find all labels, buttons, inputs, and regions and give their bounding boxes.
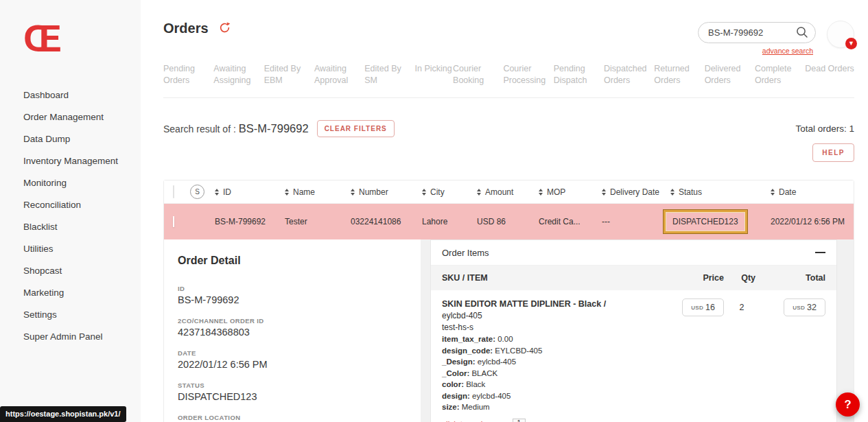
item-price-col: USD16 — [665, 298, 724, 422]
topbar-right: advance search ▼ — [698, 21, 854, 48]
field-label: ID — [178, 285, 421, 292]
cell-amount: USD 86 — [477, 217, 539, 226]
main-content: Orders advance search ▼ — [141, 0, 868, 422]
status-tab[interactable]: Courier Booking — [453, 63, 502, 86]
status-tab[interactable]: Pending Orders — [163, 63, 213, 86]
order-detail-region: Order Detail ID BS-M-799692 2CO/CHANNEL … — [164, 239, 854, 422]
order-detail-panel: Order Detail ID BS-M-799692 2CO/CHANNEL … — [164, 239, 421, 422]
column-label: Name — [293, 187, 315, 197]
sort-icon[interactable] — [539, 189, 543, 196]
help-button[interactable]: HELP — [812, 143, 854, 162]
status-tab[interactable]: Pending Dispatch — [554, 63, 603, 86]
item-review-link[interactable]: click to review — [442, 420, 493, 422]
column-header[interactable]: ID — [215, 187, 285, 197]
table-row[interactable]: BS-M-799692 Tester 03224141086 Lahore US… — [164, 204, 854, 239]
column-header[interactable]: Amount — [477, 187, 539, 197]
sidebar-item[interactable]: Shopcast — [23, 259, 141, 281]
sort-icon[interactable] — [215, 189, 219, 196]
status-tab[interactable]: Edited By SM — [364, 63, 414, 86]
sidebar-item[interactable]: Blacklist — [23, 215, 141, 237]
field-label: STATUS — [178, 382, 421, 389]
status-tab[interactable]: Awaiting Assigning — [213, 63, 263, 86]
sidebar-item[interactable]: Super Admin Panel — [23, 325, 141, 347]
search-icon[interactable] — [795, 25, 809, 42]
item-attribute: _Designeylcbd-405 — [442, 356, 665, 368]
column-header[interactable]: Date — [771, 187, 854, 197]
status-tab[interactable]: Dead Orders — [805, 63, 854, 86]
sort-icon[interactable] — [477, 189, 481, 196]
column-header[interactable]: Status — [670, 187, 771, 197]
sidebar-item[interactable]: Utilities — [23, 237, 141, 259]
cell-mop: Credit Ca... — [539, 217, 602, 226]
total-orders: Total orders: 1 — [795, 124, 854, 134]
field-value: DISPATCHED123 — [178, 391, 421, 402]
item-details: SKIN EDITOR MATTE DIPLINER - Black / eyl… — [442, 298, 665, 422]
column-header[interactable]: Name — [285, 187, 351, 197]
item-attribute: _ColorBLACK — [442, 368, 665, 379]
item-stepper[interactable]: 1 — [513, 419, 526, 422]
sidebar: Œ Dashboard Order Management Data Dump I… — [0, 0, 141, 422]
status-tab[interactable]: Awaiting Approval — [314, 63, 364, 86]
status-tab[interactable]: In Picking — [415, 63, 452, 86]
column-header[interactable]: Delivery Date — [602, 187, 670, 197]
status-tab[interactable]: Dispatched Orders — [604, 63, 653, 86]
sort-icon[interactable] — [771, 189, 775, 196]
sidebar-item[interactable]: Inventory Management — [23, 150, 141, 172]
sidebar-item[interactable]: Monitoring — [23, 172, 141, 194]
sidebar-item[interactable]: Dashboard — [23, 84, 141, 106]
select-all-checkbox[interactable] — [173, 185, 174, 198]
status-tab[interactable]: Edited By EBM — [264, 63, 314, 86]
order-detail-fields: ID BS-M-799692 2CO/CHANNEL ORDER ID 4237… — [178, 285, 421, 421]
sort-icon[interactable] — [602, 189, 606, 196]
order-items-card: Order Items SKU / ITEM Price Qty Total S… — [430, 239, 837, 422]
url-status-tooltip: https://oestage.shopistan.pk/v1/ — [0, 406, 126, 422]
column-label: Amount — [485, 187, 513, 197]
item-price[interactable]: USD16 — [682, 298, 724, 316]
item-title: SKIN EDITOR MATTE DIPLINER - Black / — [442, 298, 665, 310]
cell-number: 03224141086 — [351, 217, 422, 226]
brand-logo[interactable]: Œ — [23, 19, 141, 58]
search-result-value: BS-M-799692 — [239, 122, 309, 135]
sidebar-item[interactable]: Reconciliation — [23, 194, 141, 215]
column-label: City — [430, 187, 445, 197]
order-items-title: Order Items — [442, 248, 489, 258]
clear-filters-button[interactable]: CLEAR FILTERS — [317, 120, 395, 137]
status-tab[interactable]: Returned Orders — [654, 63, 703, 86]
help-fab-button[interactable]: ? — [836, 392, 860, 417]
item-attribute: sizeMedium — [442, 401, 665, 413]
collapse-minus-icon[interactable] — [815, 252, 825, 254]
column-label: Delivery Date — [610, 187, 659, 197]
detail-field: ORDER LOCATION — [178, 414, 421, 421]
status-tab[interactable]: Courier Processing — [503, 63, 552, 86]
sort-icon[interactable] — [670, 189, 675, 196]
sidebar-item[interactable]: Data Dump — [23, 128, 141, 150]
field-label: 2CO/CHANNEL ORDER ID — [178, 317, 421, 325]
row-checkbox[interactable] — [173, 216, 174, 227]
sort-icon[interactable] — [285, 189, 289, 196]
refresh-icon[interactable] — [218, 21, 231, 37]
column-header[interactable]: City — [422, 187, 477, 197]
chevron-down-icon[interactable]: ▼ — [845, 38, 857, 49]
sidebar-item[interactable]: Settings — [23, 303, 141, 325]
sidebar-nav: Dashboard Order Management Data Dump Inv… — [23, 84, 141, 347]
order-item-row: SKIN EDITOR MATTE DIPLINER - Black / eyl… — [431, 290, 836, 422]
advance-search-link[interactable]: advance search — [762, 47, 813, 55]
item-total[interactable]: USD32 — [784, 298, 825, 316]
sidebar-item[interactable]: Order Management — [23, 106, 141, 128]
col-price: Price — [665, 273, 724, 283]
user-menu[interactable]: ▼ — [827, 21, 854, 48]
col-sku: SKU / ITEM — [442, 273, 665, 283]
sort-icon[interactable] — [422, 189, 426, 196]
table-header-row: S ID Name Number — [164, 180, 854, 204]
column-header[interactable]: MOP — [539, 187, 602, 197]
column-label: Number — [359, 187, 388, 197]
item-attributes: item_tax_rate0.00 design_codeEYLCBD-405 … — [442, 333, 665, 413]
sort-icon[interactable] — [351, 189, 355, 196]
field-value: BS-M-799692 — [178, 294, 421, 305]
item-qty: 2 — [724, 298, 760, 422]
status-tab[interactable]: Delivered Orders — [705, 63, 754, 86]
status-tab[interactable]: Complete Orders — [755, 63, 804, 86]
item-attribute: colorBlack — [442, 379, 665, 390]
sidebar-item[interactable]: Marketing — [23, 281, 141, 303]
column-header[interactable]: Number — [351, 187, 422, 197]
